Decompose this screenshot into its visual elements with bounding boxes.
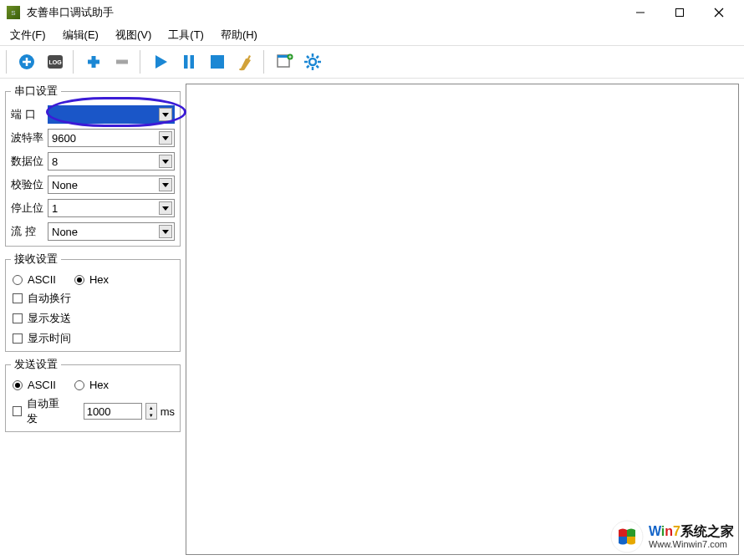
baud-value: 9600 (52, 132, 76, 145)
remove-button[interactable] (109, 48, 135, 75)
svg-marker-31 (162, 113, 169, 117)
flow-label: 流 控 (11, 224, 48, 239)
svg-rect-14 (191, 55, 195, 69)
svg-line-28 (317, 66, 319, 69)
menu-help[interactable]: 帮助(H) (214, 26, 264, 44)
maximize-button[interactable] (660, 1, 698, 24)
port-label: 端 口 (11, 107, 48, 122)
toolbar-separator (6, 50, 9, 74)
databits-select[interactable]: 8 (48, 152, 175, 171)
svg-point-16 (239, 69, 244, 71)
send-settings-group: 发送设置 ASCII Hex 自动重发 ▲▼ ms (5, 357, 181, 432)
recv-hex-radio[interactable]: Hex (74, 273, 109, 286)
send-interval-stepper[interactable]: ▲▼ (145, 403, 157, 420)
svg-rect-15 (211, 55, 224, 69)
right-panel (186, 79, 744, 560)
send-autorepeat-checkbox[interactable]: 自动重发 (13, 396, 65, 426)
chevron-down-icon (159, 178, 172, 191)
chevron-down-icon (159, 131, 172, 145)
port-select[interactable] (48, 105, 175, 124)
chevron-down-icon (159, 201, 172, 215)
title-bar: S 友善串口调试助手 (0, 0, 744, 25)
svg-line-27 (307, 56, 309, 59)
interval-unit: ms (161, 405, 175, 418)
window-title: 友善串口调试助手 (27, 5, 114, 20)
watermark: Win7系统之家 Www.Winwin7.com (610, 520, 734, 553)
stopbits-value: 1 (52, 202, 58, 215)
svg-marker-12 (155, 55, 167, 69)
menu-tools[interactable]: 工具(T) (161, 26, 211, 44)
svg-marker-33 (162, 160, 169, 164)
windows-logo-icon (610, 520, 644, 553)
svg-line-30 (317, 56, 319, 59)
send-settings-legend: 发送设置 (11, 357, 61, 372)
baud-select[interactable]: 9600 (48, 129, 175, 147)
send-ascii-radio[interactable]: ASCII (13, 379, 56, 391)
new-window-button[interactable] (271, 48, 298, 75)
databits-value: 8 (52, 155, 58, 168)
flow-value: None (52, 226, 78, 238)
pause-button[interactable] (176, 48, 202, 75)
close-button[interactable] (700, 1, 737, 24)
svg-marker-32 (162, 136, 169, 140)
receive-settings-group: 接收设置 ASCII Hex 自动换行 显示发送 显示时间 (5, 252, 181, 352)
chevron-down-icon (159, 155, 172, 168)
svg-marker-34 (162, 183, 169, 187)
output-area[interactable] (186, 84, 739, 555)
minimize-button[interactable] (621, 1, 659, 24)
parity-select[interactable]: None (48, 176, 175, 194)
chevron-down-icon (159, 225, 172, 238)
watermark-brand: Win7系统之家 (649, 524, 734, 539)
stop-button[interactable] (204, 48, 231, 75)
svg-rect-13 (184, 55, 188, 69)
recv-showtime-checkbox[interactable]: 显示时间 (13, 331, 71, 346)
menu-view[interactable]: 视图(V) (109, 26, 158, 44)
serial-settings-legend: 串口设置 (11, 84, 61, 99)
connect-button[interactable] (13, 48, 40, 75)
serial-settings-group: 串口设置 端 口 波特率 9600 数据位 8 (5, 84, 181, 247)
play-button[interactable] (147, 48, 174, 75)
add-button[interactable] (80, 48, 107, 75)
toolbar-separator (263, 50, 267, 74)
recv-showsend-checkbox[interactable]: 显示发送 (13, 311, 71, 326)
menu-edit[interactable]: 编辑(E) (56, 26, 105, 44)
menu-bar: 文件(F) 编辑(E) 视图(V) 工具(T) 帮助(H) (0, 25, 744, 45)
left-panel: 串口设置 端 口 波特率 9600 数据位 8 (0, 79, 186, 560)
chevron-down-icon (159, 108, 172, 121)
watermark-url: Www.Winwin7.com (649, 539, 734, 549)
clear-button[interactable] (232, 48, 259, 75)
recv-autowrap-checkbox[interactable]: 自动换行 (13, 291, 71, 306)
baud-label: 波特率 (11, 130, 48, 145)
send-hex-radio[interactable]: Hex (74, 379, 109, 391)
log-button[interactable]: LOG (42, 48, 69, 75)
svg-marker-35 (162, 206, 169, 211)
toolbar: LOG (0, 45, 744, 79)
parity-value: None (52, 179, 78, 191)
stopbits-label: 停止位 (11, 201, 48, 216)
stopbits-select[interactable]: 1 (48, 199, 175, 217)
settings-button[interactable] (299, 48, 326, 75)
recv-ascii-radio[interactable]: ASCII (13, 273, 56, 286)
toolbar-separator (140, 50, 143, 74)
svg-text:LOG: LOG (48, 59, 62, 65)
send-interval-input[interactable] (84, 403, 142, 420)
flow-select[interactable]: None (48, 222, 175, 241)
svg-marker-36 (162, 230, 169, 234)
svg-point-22 (309, 59, 316, 65)
app-icon: S (7, 6, 20, 19)
svg-rect-1 (675, 9, 683, 17)
svg-line-29 (307, 66, 309, 69)
parity-label: 校验位 (11, 177, 48, 192)
toolbar-separator (73, 50, 76, 74)
receive-settings-legend: 接收设置 (11, 252, 61, 267)
databits-label: 数据位 (11, 154, 48, 169)
menu-file[interactable]: 文件(F) (3, 26, 53, 44)
